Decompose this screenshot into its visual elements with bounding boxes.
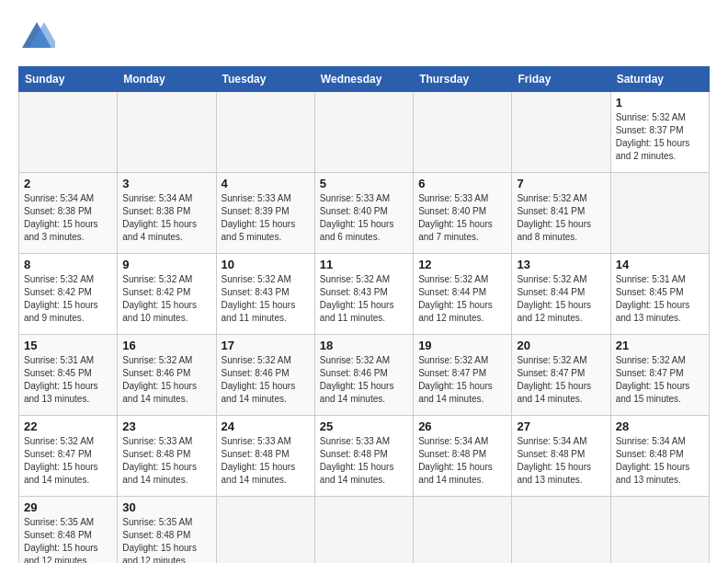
sunrise-label: Sunrise: 5:32 AM: [320, 355, 390, 365]
calendar-cell: 15 Sunrise: 5:31 AM Sunset: 8:45 PM Dayl…: [19, 335, 118, 416]
sunset-label: Sunset: 8:42 PM: [122, 287, 190, 297]
day-info: Sunrise: 5:33 AM Sunset: 8:48 PM Dayligh…: [320, 435, 408, 487]
sunset-label: Sunset: 8:48 PM: [616, 449, 684, 459]
daylight-label: Daylight: 15 hours and 14 minutes.: [222, 462, 296, 485]
calendar-cell: [216, 497, 314, 564]
calendar-cell: 8 Sunrise: 5:32 AM Sunset: 8:42 PM Dayli…: [19, 254, 118, 335]
sunrise-label: Sunrise: 5:33 AM: [222, 436, 291, 446]
daylight-label: Daylight: 15 hours and 11 minutes.: [320, 300, 394, 323]
day-info: Sunrise: 5:32 AM Sunset: 8:46 PM Dayligh…: [222, 354, 310, 406]
sunrise-label: Sunrise: 5:33 AM: [320, 436, 390, 446]
daylight-label: Daylight: 15 hours and 5 minutes.: [222, 219, 296, 242]
day-number: 22: [24, 419, 112, 433]
daylight-label: Daylight: 15 hours and 12 minutes.: [24, 543, 98, 563]
sunrise-label: Sunrise: 5:35 AM: [24, 517, 94, 527]
sunset-label: Sunset: 8:40 PM: [320, 206, 388, 216]
day-info: Sunrise: 5:33 AM Sunset: 8:48 PM Dayligh…: [122, 435, 210, 487]
calendar-cell: 5 Sunrise: 5:33 AM Sunset: 8:40 PM Dayli…: [314, 173, 413, 254]
calendar-cell: 10 Sunrise: 5:32 AM Sunset: 8:43 PM Dayl…: [216, 254, 314, 335]
calendar-table: SundayMondayTuesdayWednesdayThursdayFrid…: [18, 66, 710, 563]
sunrise-label: Sunrise: 5:32 AM: [517, 193, 586, 203]
day-number: 7: [517, 177, 605, 190]
sunrise-label: Sunrise: 5:32 AM: [418, 274, 488, 284]
daylight-label: Daylight: 15 hours and 7 minutes.: [418, 219, 493, 242]
calendar-week-4: 15 Sunrise: 5:31 AM Sunset: 8:45 PM Dayl…: [19, 335, 710, 416]
sunrise-label: Sunrise: 5:32 AM: [122, 355, 192, 365]
day-info: Sunrise: 5:32 AM Sunset: 8:42 PM Dayligh…: [24, 273, 112, 325]
day-number: 1: [616, 96, 704, 109]
day-info: Sunrise: 5:32 AM Sunset: 8:47 PM Dayligh…: [24, 435, 112, 487]
daylight-label: Daylight: 15 hours and 13 minutes.: [517, 462, 591, 485]
day-number: 2: [24, 177, 112, 190]
sunrise-label: Sunrise: 5:32 AM: [418, 355, 488, 365]
calendar-cell: 3 Sunrise: 5:34 AM Sunset: 8:38 PM Dayli…: [118, 173, 216, 254]
daylight-label: Daylight: 15 hours and 13 minutes.: [616, 462, 690, 485]
day-info: Sunrise: 5:32 AM Sunset: 8:44 PM Dayligh…: [517, 273, 605, 325]
day-info: Sunrise: 5:32 AM Sunset: 8:46 PM Dayligh…: [320, 354, 408, 406]
daylight-label: Daylight: 15 hours and 13 minutes.: [616, 300, 690, 323]
calendar-cell: [314, 92, 413, 173]
day-number: 5: [320, 177, 408, 190]
day-info: Sunrise: 5:34 AM Sunset: 8:48 PM Dayligh…: [616, 435, 704, 487]
calendar-week-3: 8 Sunrise: 5:32 AM Sunset: 8:42 PM Dayli…: [19, 254, 710, 335]
day-info: Sunrise: 5:33 AM Sunset: 8:40 PM Dayligh…: [418, 192, 506, 244]
calendar-cell: 4 Sunrise: 5:33 AM Sunset: 8:39 PM Dayli…: [216, 173, 314, 254]
sunset-label: Sunset: 8:44 PM: [517, 287, 585, 297]
day-number: 12: [418, 258, 506, 271]
day-info: Sunrise: 5:34 AM Sunset: 8:38 PM Dayligh…: [24, 192, 112, 244]
sunrise-label: Sunrise: 5:31 AM: [616, 274, 686, 284]
calendar-cell: [314, 497, 413, 564]
daylight-label: Daylight: 15 hours and 10 minutes.: [122, 300, 197, 323]
sunset-label: Sunset: 8:38 PM: [122, 206, 190, 216]
calendar-cell: 19 Sunrise: 5:32 AM Sunset: 8:47 PM Dayl…: [414, 335, 512, 416]
calendar-cell: 23 Sunrise: 5:33 AM Sunset: 8:48 PM Dayl…: [118, 416, 216, 497]
calendar-cell: [118, 92, 216, 173]
day-info: Sunrise: 5:34 AM Sunset: 8:48 PM Dayligh…: [418, 435, 506, 487]
sunset-label: Sunset: 8:40 PM: [418, 206, 486, 216]
day-number: 6: [418, 177, 506, 190]
calendar-cell: 18 Sunrise: 5:32 AM Sunset: 8:46 PM Dayl…: [314, 335, 413, 416]
day-number: 4: [222, 177, 310, 190]
day-info: Sunrise: 5:32 AM Sunset: 8:44 PM Dayligh…: [418, 273, 506, 325]
sunset-label: Sunset: 8:38 PM: [24, 206, 92, 216]
sunrise-label: Sunrise: 5:32 AM: [222, 274, 291, 284]
calendar-cell: 24 Sunrise: 5:33 AM Sunset: 8:48 PM Dayl…: [216, 416, 314, 497]
calendar-cell: 2 Sunrise: 5:34 AM Sunset: 8:38 PM Dayli…: [19, 173, 118, 254]
sunset-label: Sunset: 8:46 PM: [320, 368, 388, 378]
sunrise-label: Sunrise: 5:33 AM: [418, 193, 488, 203]
day-info: Sunrise: 5:32 AM Sunset: 8:47 PM Dayligh…: [616, 354, 704, 406]
calendar-cell: 13 Sunrise: 5:32 AM Sunset: 8:44 PM Dayl…: [512, 254, 610, 335]
sunset-label: Sunset: 8:43 PM: [222, 287, 290, 297]
day-info: Sunrise: 5:32 AM Sunset: 8:47 PM Dayligh…: [418, 354, 506, 406]
calendar-cell: [414, 497, 512, 564]
sunset-label: Sunset: 8:45 PM: [616, 287, 684, 297]
calendar-cell: 28 Sunrise: 5:34 AM Sunset: 8:48 PM Dayl…: [610, 416, 709, 497]
calendar-cell: 1 Sunrise: 5:32 AM Sunset: 8:37 PM Dayli…: [610, 92, 709, 173]
daylight-label: Daylight: 15 hours and 13 minutes.: [24, 381, 98, 404]
day-number: 30: [122, 500, 210, 514]
sunset-label: Sunset: 8:45 PM: [24, 368, 92, 378]
daylight-label: Daylight: 15 hours and 14 minutes.: [320, 381, 394, 404]
calendar-cell: 26 Sunrise: 5:34 AM Sunset: 8:48 PM Dayl…: [414, 416, 512, 497]
sunrise-label: Sunrise: 5:32 AM: [122, 274, 192, 284]
calendar-cell: 27 Sunrise: 5:34 AM Sunset: 8:48 PM Dayl…: [512, 416, 610, 497]
sunset-label: Sunset: 8:48 PM: [517, 449, 585, 459]
day-number: 8: [24, 258, 112, 271]
sunrise-label: Sunrise: 5:33 AM: [122, 436, 192, 446]
daylight-label: Daylight: 15 hours and 14 minutes.: [517, 381, 591, 404]
sunrise-label: Sunrise: 5:32 AM: [24, 274, 94, 284]
sunrise-label: Sunrise: 5:34 AM: [616, 436, 686, 446]
day-number: 29: [24, 500, 112, 514]
day-info: Sunrise: 5:32 AM Sunset: 8:41 PM Dayligh…: [517, 192, 605, 244]
col-header-thursday: Thursday: [414, 67, 512, 92]
sunset-label: Sunset: 8:47 PM: [418, 368, 486, 378]
col-header-tuesday: Tuesday: [216, 67, 314, 92]
calendar-cell: [512, 92, 610, 173]
daylight-label: Daylight: 15 hours and 11 minutes.: [222, 300, 296, 323]
day-info: Sunrise: 5:34 AM Sunset: 8:38 PM Dayligh…: [122, 192, 210, 244]
daylight-label: Daylight: 15 hours and 15 minutes.: [616, 381, 690, 404]
day-number: 16: [122, 339, 210, 352]
daylight-label: Daylight: 15 hours and 14 minutes.: [222, 381, 296, 404]
day-number: 20: [517, 339, 605, 352]
calendar-cell: 22 Sunrise: 5:32 AM Sunset: 8:47 PM Dayl…: [19, 416, 118, 497]
